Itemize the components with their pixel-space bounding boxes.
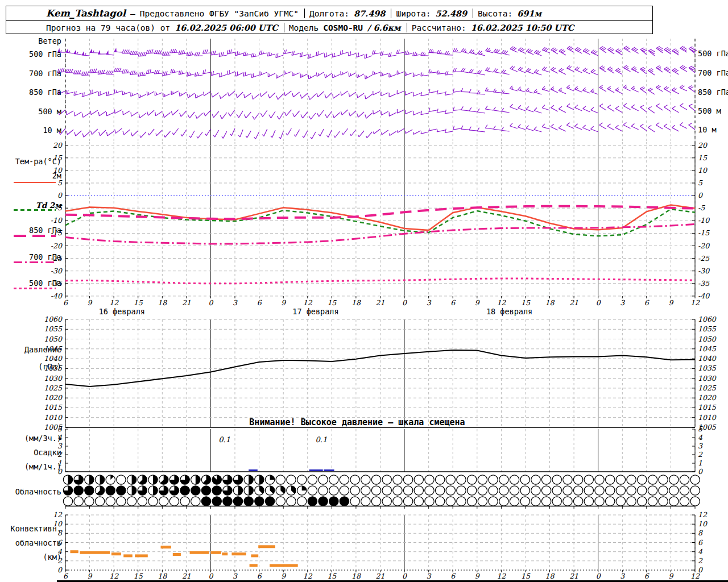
svg-text:9: 9: [475, 572, 480, 580]
svg-text:9: 9: [281, 572, 286, 580]
svg-text:-30: -30: [51, 267, 63, 275]
legend-line-t850: [14, 235, 56, 237]
wind-level-label-700hpa: 700 гПа: [0, 69, 61, 78]
svg-text:-35: -35: [698, 279, 710, 288]
svg-text:1045: 1045: [698, 344, 717, 353]
svg-text:3: 3: [427, 572, 432, 580]
svg-text:-25: -25: [698, 254, 710, 263]
calculated-value: 16.02.2025 10:50 UTC: [471, 23, 574, 32]
svg-text:12: 12: [497, 572, 506, 580]
svg-text:0: 0: [698, 191, 703, 199]
svg-text:3: 3: [427, 298, 432, 307]
svg-text:Внимание! Высокое давление — ш: Внимание! Высокое давление — шкала смеще…: [249, 417, 465, 427]
pressure-panel: 1060106010551055105010501045104510401040…: [44, 315, 717, 431]
legend-label-td2m: Td 2м: [0, 201, 61, 210]
svg-text:1040: 1040: [698, 354, 717, 363]
svg-text:0: 0: [596, 298, 601, 307]
svg-text:-40: -40: [698, 292, 710, 300]
svg-text:21: 21: [569, 572, 578, 580]
svg-text:6: 6: [450, 298, 456, 307]
svg-text:18: 18: [351, 572, 361, 580]
svg-text:1010: 1010: [698, 413, 717, 422]
svg-text:15: 15: [327, 298, 337, 307]
header-separator: [391, 9, 391, 18]
svg-text:1060: 1060: [44, 315, 63, 323]
svg-text:18: 18: [351, 298, 361, 307]
svg-text:2: 2: [698, 556, 703, 565]
svg-text:18 февраля: 18 февраля: [486, 307, 532, 316]
legend-line-t500: [14, 288, 56, 289]
precip-panel: 0011223344550.10.1: [57, 425, 703, 476]
svg-text:4: 4: [698, 433, 703, 442]
model-label: Модель: [289, 23, 318, 32]
svg-text:0: 0: [208, 572, 213, 580]
svg-text:1025: 1025: [698, 384, 717, 392]
svg-text:10 м: 10 м: [698, 125, 717, 134]
wind-panel-title: Ветер: [0, 36, 61, 45]
svg-text:-30: -30: [698, 267, 710, 275]
svg-text:9: 9: [475, 298, 480, 307]
time-axis-mid: 6912151821036912151821036912151821036912…: [63, 298, 700, 316]
conv-panel-title-2: облачность: [0, 538, 61, 547]
model-name: COSMO-RU: [323, 23, 363, 32]
svg-text:6: 6: [63, 572, 68, 580]
svg-text:12: 12: [497, 298, 506, 307]
svg-text:1035: 1035: [698, 364, 717, 372]
svg-text:-40: -40: [51, 292, 63, 300]
svg-text:1050: 1050: [44, 335, 63, 343]
precip-units-1h: (мм/1ч.): [0, 462, 61, 471]
header-separator: [284, 23, 284, 32]
altitude-value: 691м: [517, 9, 541, 18]
header-row-1: Kem_Tashtagol — Предоставлено ФГБУ "ЗапС…: [6, 6, 652, 21]
svg-text:12: 12: [303, 572, 313, 580]
header-box: Kem_Tashtagol — Предоставлено ФГБУ "ЗапС…: [6, 6, 653, 34]
wind-level-label-850hpa: 850 гПа: [0, 88, 61, 97]
meteogram-screen: Kem_Tashtagol — Предоставлено ФГБУ "ЗапС…: [0, 0, 728, 582]
svg-text:21: 21: [182, 572, 191, 580]
legend-line-t700: [14, 261, 56, 263]
svg-text:20: 20: [53, 141, 63, 149]
svg-text:-15: -15: [698, 228, 710, 237]
svg-text:1055: 1055: [44, 325, 63, 333]
svg-text:1030: 1030: [44, 374, 63, 383]
model-resolution: / 6.6км: [367, 23, 401, 32]
precip-panel-title: Осадки: [0, 448, 61, 457]
svg-text:12: 12: [690, 572, 700, 580]
svg-text:0: 0: [57, 566, 63, 574]
longitude-value: 87.498: [354, 9, 386, 18]
svg-text:15: 15: [327, 572, 337, 580]
svg-text:1: 1: [698, 459, 702, 467]
svg-text:2: 2: [698, 450, 703, 459]
svg-text:10: 10: [698, 166, 708, 174]
svg-text:8: 8: [698, 529, 703, 537]
svg-text:1015: 1015: [44, 403, 63, 411]
cloud-panel-title: Облачность: [0, 487, 61, 496]
header-separator: [304, 9, 305, 18]
wind-panel: 500 гПа700 гПа850 гПа500 м10 м: [57, 39, 728, 142]
conv-panel-units: (км): [0, 552, 61, 562]
svg-text:-20: -20: [698, 242, 710, 250]
svg-text:5: 5: [698, 425, 703, 433]
svg-text:6: 6: [644, 572, 650, 580]
svg-text:1020: 1020: [698, 393, 717, 402]
forecast-start-value: 16.02.2025 06:00 UTC: [175, 23, 278, 32]
wind-level-label-500hpa: 500 гПа: [0, 49, 61, 59]
header-separator: [473, 9, 473, 18]
svg-text:21: 21: [182, 298, 191, 307]
legend-line-t2m: [14, 182, 56, 183]
svg-text:0.1: 0.1: [218, 435, 230, 444]
svg-text:0.1: 0.1: [316, 435, 328, 444]
svg-text:1015: 1015: [698, 403, 717, 411]
latitude-label: Широта:: [396, 9, 431, 18]
svg-text:10: 10: [698, 519, 708, 528]
svg-text:18: 18: [545, 298, 555, 307]
wind-level-label-500m: 500 м: [0, 107, 61, 116]
svg-text:12: 12: [698, 510, 708, 519]
svg-text:15: 15: [698, 153, 708, 162]
svg-text:12: 12: [303, 298, 313, 307]
svg-text:21: 21: [569, 298, 578, 307]
svg-text:0: 0: [698, 467, 703, 476]
svg-text:18: 18: [158, 572, 167, 580]
svg-text:4: 4: [698, 547, 703, 556]
svg-text:500 м: 500 м: [698, 106, 721, 115]
